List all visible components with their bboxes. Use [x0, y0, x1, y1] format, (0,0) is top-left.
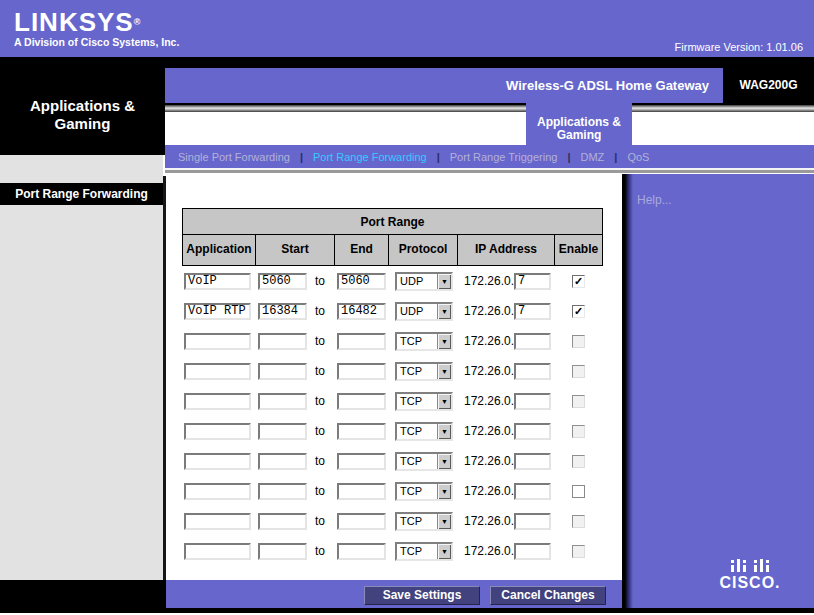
- enable-checkbox[interactable]: ✓: [572, 275, 585, 288]
- protocol-select[interactable]: TCP▼: [395, 362, 453, 381]
- protocol-select[interactable]: UDP▼: [395, 272, 453, 291]
- ip-suffix-input[interactable]: [514, 393, 551, 410]
- application-input[interactable]: [184, 333, 251, 350]
- ip-suffix-input[interactable]: [514, 483, 551, 500]
- ip-suffix-input[interactable]: [514, 363, 551, 380]
- tab-applications-gaming[interactable]: Applications &Gaming: [526, 112, 632, 145]
- tab-administration[interactable]: Administration: [632, 112, 744, 145]
- protocol-select[interactable]: TCP▼: [395, 542, 453, 561]
- ip-suffix-input[interactable]: [514, 423, 551, 440]
- column-header-start: Start: [256, 235, 335, 265]
- ip-suffix-input[interactable]: [514, 303, 551, 320]
- enable-checkbox[interactable]: [572, 365, 585, 378]
- dropdown-arrow-icon[interactable]: ▼: [437, 364, 451, 379]
- page-title: Applications & Gaming: [0, 97, 165, 133]
- section-title-block: Applications & Gaming: [0, 57, 165, 155]
- tab-access-restrictions[interactable]: AccessRestrictions: [418, 112, 526, 145]
- protocol-select[interactable]: TCP▼: [395, 392, 453, 411]
- protocol-value: UDP: [397, 305, 437, 317]
- end-port-input[interactable]: [337, 363, 386, 380]
- start-port-input[interactable]: [258, 513, 307, 530]
- start-port-input[interactable]: [258, 303, 307, 320]
- tab-wireless[interactable]: Wireless: [235, 112, 330, 145]
- protocol-select[interactable]: TCP▼: [395, 332, 453, 351]
- ip-suffix-input[interactable]: [514, 513, 551, 530]
- application-input[interactable]: [184, 483, 251, 500]
- help-link[interactable]: Help...: [637, 193, 672, 207]
- save-settings-button[interactable]: Save Settings: [364, 586, 480, 605]
- subnav-separator: |: [567, 151, 570, 163]
- dropdown-arrow-icon[interactable]: ▼: [437, 424, 451, 439]
- cancel-changes-button[interactable]: Cancel Changes: [490, 586, 606, 605]
- dropdown-arrow-icon[interactable]: ▼: [437, 484, 451, 499]
- end-port-input[interactable]: [337, 543, 386, 560]
- enable-checkbox[interactable]: [572, 395, 585, 408]
- end-port-input[interactable]: [337, 333, 386, 350]
- to-label: to: [315, 424, 325, 438]
- ip-suffix-input[interactable]: [514, 453, 551, 470]
- end-port-input[interactable]: [337, 423, 386, 440]
- dropdown-arrow-icon[interactable]: ▼: [437, 394, 451, 409]
- start-port-input[interactable]: [258, 543, 307, 560]
- start-port-input[interactable]: [258, 273, 307, 290]
- enable-checkbox[interactable]: [572, 425, 585, 438]
- ip-prefix-label: 172.26.0.: [464, 334, 514, 348]
- subnav-port-range-triggering[interactable]: Port Range Triggering: [450, 151, 558, 163]
- protocol-value: UDP: [397, 275, 437, 287]
- left-column: [0, 155, 163, 580]
- protocol-select[interactable]: TCP▼: [395, 422, 453, 441]
- protocol-select[interactable]: UDP▼: [395, 302, 453, 321]
- application-input[interactable]: [184, 363, 251, 380]
- subnav-qos[interactable]: QoS: [627, 151, 649, 163]
- enable-checkbox[interactable]: [572, 455, 585, 468]
- linksys-logo: LINKSYS® A Division of Cisco Systems, In…: [14, 9, 179, 48]
- application-input[interactable]: [184, 453, 251, 470]
- subnav-single-port-forwarding[interactable]: Single Port Forwarding: [178, 151, 290, 163]
- dropdown-arrow-icon[interactable]: ▼: [437, 514, 451, 529]
- dropdown-arrow-icon[interactable]: ▼: [437, 544, 451, 559]
- enable-checkbox[interactable]: [572, 545, 585, 558]
- protocol-select[interactable]: TCP▼: [395, 482, 453, 501]
- subnav-port-range-forwarding[interactable]: Port Range Forwarding: [313, 151, 427, 163]
- tab-setup[interactable]: Setup: [165, 112, 235, 145]
- enable-checkbox[interactable]: [572, 515, 585, 528]
- cisco-wordmark: CISCO.: [706, 574, 794, 592]
- ip-suffix-input[interactable]: [514, 273, 551, 290]
- to-label: to: [315, 364, 325, 378]
- tab-status[interactable]: Status: [744, 112, 814, 145]
- to-label: to: [315, 334, 325, 348]
- application-input[interactable]: [184, 543, 251, 560]
- dropdown-arrow-icon[interactable]: ▼: [437, 304, 451, 319]
- application-input[interactable]: [184, 273, 251, 290]
- start-port-input[interactable]: [258, 483, 307, 500]
- dropdown-arrow-icon[interactable]: ▼: [437, 334, 451, 349]
- end-port-input[interactable]: [337, 513, 386, 530]
- application-input[interactable]: [184, 393, 251, 410]
- enable-checkbox[interactable]: ✓: [572, 305, 585, 318]
- end-port-input[interactable]: [337, 453, 386, 470]
- protocol-select[interactable]: TCP▼: [395, 512, 453, 531]
- ip-suffix-input[interactable]: [514, 543, 551, 560]
- start-port-input[interactable]: [258, 363, 307, 380]
- linksys-wordmark: LINKSYS: [14, 7, 134, 37]
- start-port-input[interactable]: [258, 393, 307, 410]
- end-port-input[interactable]: [337, 303, 386, 320]
- ip-suffix-input[interactable]: [514, 333, 551, 350]
- application-input[interactable]: [184, 423, 251, 440]
- application-input[interactable]: [184, 513, 251, 530]
- end-port-input[interactable]: [337, 483, 386, 500]
- application-input[interactable]: [184, 303, 251, 320]
- dropdown-arrow-icon[interactable]: ▼: [437, 454, 451, 469]
- start-port-input[interactable]: [258, 453, 307, 470]
- protocol-select[interactable]: TCP▼: [395, 452, 453, 471]
- end-port-input[interactable]: [337, 393, 386, 410]
- dropdown-arrow-icon[interactable]: ▼: [437, 274, 451, 289]
- tab-security[interactable]: Security: [330, 112, 418, 145]
- enable-checkbox[interactable]: [572, 335, 585, 348]
- enable-checkbox[interactable]: [572, 485, 585, 498]
- start-port-input[interactable]: [258, 423, 307, 440]
- ip-prefix-label: 172.26.0.: [464, 454, 514, 468]
- end-port-input[interactable]: [337, 273, 386, 290]
- start-port-input[interactable]: [258, 333, 307, 350]
- subnav-dmz[interactable]: DMZ: [580, 151, 604, 163]
